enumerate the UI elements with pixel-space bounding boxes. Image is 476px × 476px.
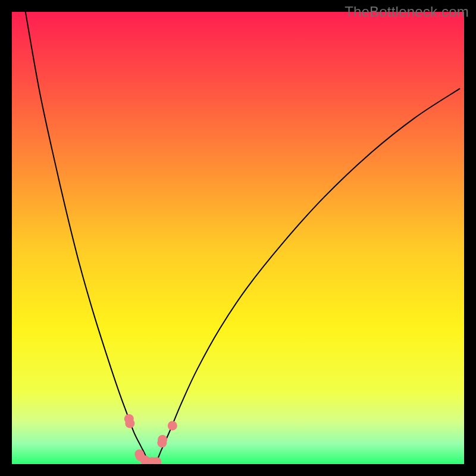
chart-stage: TheBottleneck.com xyxy=(0,0,476,476)
watermark-text: TheBottleneck.com xyxy=(345,4,469,20)
data-point-9 xyxy=(158,435,167,444)
bottleneck-chart xyxy=(12,12,464,464)
gradient-background xyxy=(12,12,464,464)
data-point-10 xyxy=(168,421,177,430)
data-point-1 xyxy=(125,419,134,428)
